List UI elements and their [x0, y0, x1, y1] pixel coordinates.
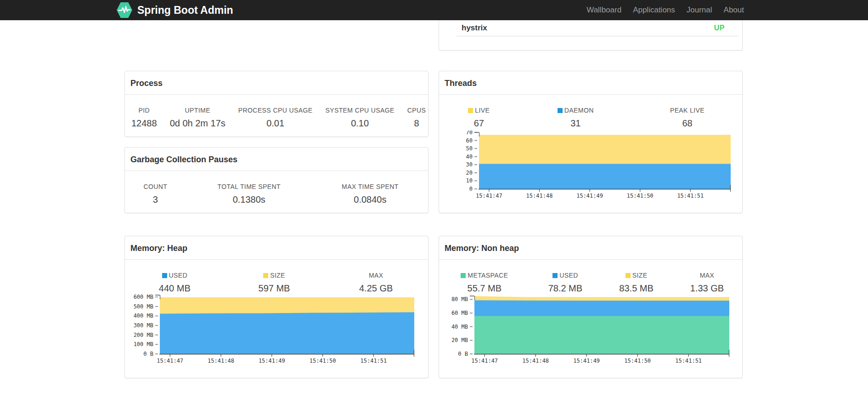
svg-text:400 MB: 400 MB	[134, 313, 153, 319]
stat-value: 31	[519, 114, 632, 129]
svg-text:60 MB: 60 MB	[451, 310, 468, 316]
stat-value: 1.33 GB	[672, 279, 742, 294]
svg-text:15:41:49: 15:41:49	[576, 193, 603, 199]
metaspace-legend-swatch-icon	[461, 273, 466, 278]
svg-text:30: 30	[466, 161, 473, 168]
svg-text:50: 50	[466, 145, 473, 152]
svg-text:15:41:51: 15:41:51	[361, 358, 387, 364]
stat-label: COUNT	[125, 171, 186, 190]
used-legend-swatch-icon	[162, 273, 167, 278]
process-card: Process PIDUPTIMEPROCESS CPU USAGESYSTEM…	[124, 71, 428, 137]
daemon-area	[479, 164, 731, 189]
stat-value: 67	[439, 114, 519, 129]
stat-label: PID	[125, 95, 163, 114]
nonheap-stats-table: METASPACEUSEDSIZEMAX55.7 MB78.2 MB83.5 M…	[439, 260, 742, 294]
stat-label: PROCESS CPU USAGE	[232, 95, 319, 114]
app-brand[interactable]: Spring Boot Admin	[116, 0, 233, 20]
stat-value: 440 MB	[125, 279, 225, 294]
stat-label: DAEMON	[519, 95, 632, 114]
stat-value: 597 MB	[225, 279, 324, 294]
metaspace-area	[474, 316, 729, 354]
heap-stats-table: USEDSIZEMAX440 MB597 MB4.25 GB	[125, 260, 428, 294]
process-card-title: Process	[125, 71, 428, 95]
svg-text:80 MB: 80 MB	[451, 296, 468, 302]
navbar: Spring Boot Admin WallboardApplicationsJ…	[0, 0, 868, 20]
stat-label: USED	[530, 260, 601, 279]
application-status-card: hystrix UP	[439, 20, 743, 51]
gc-pauses-card: Garbage Collection Pauses COUNTTOTAL TIM…	[124, 147, 428, 213]
svg-text:15:41:48: 15:41:48	[208, 358, 234, 364]
svg-text:15:41:48: 15:41:48	[526, 193, 553, 199]
application-name: hystrix	[457, 23, 487, 33]
memory-nonheap-card: Memory: Non heap METASPACEUSEDSIZEMAX55.…	[439, 236, 743, 378]
daemon-legend-swatch-icon	[558, 108, 563, 113]
stat-value: 8	[401, 114, 433, 129]
svg-text:70: 70	[466, 131, 473, 136]
nav-link-wallboard[interactable]: Wallboard	[586, 6, 621, 15]
svg-text:15:41:47: 15:41:47	[471, 358, 498, 364]
stat-label: PEAK LIVE	[632, 95, 742, 114]
svg-text:20: 20	[466, 170, 473, 176]
memory-heap-card-title: Memory: Heap	[125, 236, 428, 260]
svg-text:500 MB: 500 MB	[134, 303, 153, 310]
gc-stats-table: COUNTTOTAL TIME SPENTMAX TIME SPENT30.13…	[125, 171, 428, 205]
live-legend-swatch-icon	[468, 108, 473, 113]
used-area	[160, 312, 414, 354]
stat-label: CPUS	[401, 95, 433, 114]
svg-text:15:41:51: 15:41:51	[677, 193, 704, 199]
stat-value: 55.7 MB	[439, 279, 530, 294]
svg-text:40: 40	[466, 154, 473, 160]
memory-nonheap-chart: 80 MB60 MB40 MB20 MB0 B15:41:4715:41:481…	[439, 294, 743, 373]
stat-value: 0.0840s	[312, 190, 428, 205]
stat-label: UPTIME	[163, 95, 232, 114]
stat-label: SYSTEM CPU USAGE	[319, 95, 400, 114]
application-row[interactable]: hystrix UP	[457, 20, 738, 36]
memory-heap-chart: 600 MB500 MB400 MB300 MB200 MB100 MB0 B1…	[125, 293, 429, 372]
stat-label: SIZE	[225, 260, 324, 279]
stat-label: TOTAL TIME SPENT	[186, 171, 312, 190]
nav-link-journal[interactable]: Journal	[687, 6, 712, 15]
svg-text:20 MB: 20 MB	[451, 337, 468, 343]
svg-text:15:41:47: 15:41:47	[157, 358, 183, 364]
nav-links: WallboardApplicationsJournalAbout	[586, 0, 744, 20]
svg-text:15:41:48: 15:41:48	[522, 358, 549, 364]
brand-title: Spring Boot Admin	[137, 4, 233, 17]
stat-value: 0.10	[319, 114, 400, 129]
svg-text:0 B: 0 B	[143, 351, 153, 357]
memory-heap-card: Memory: Heap USEDSIZEMAX440 MB597 MB4.25…	[124, 236, 428, 378]
svg-text:15:41:50: 15:41:50	[627, 193, 654, 199]
gc-card-title: Garbage Collection Pauses	[125, 148, 428, 171]
stat-value: 68	[632, 114, 742, 129]
svg-text:15:41:49: 15:41:49	[259, 358, 285, 364]
svg-text:60: 60	[466, 137, 473, 144]
memory-nonheap-card-title: Memory: Non heap	[439, 236, 742, 260]
size-legend-swatch-icon	[263, 273, 268, 278]
svg-text:300 MB: 300 MB	[134, 322, 153, 329]
svg-text:200 MB: 200 MB	[134, 332, 153, 338]
svg-text:0: 0	[469, 186, 473, 192]
application-status-badge: UP	[714, 24, 725, 32]
svg-text:600 MB: 600 MB	[134, 294, 153, 300]
stat-value: 12488	[125, 114, 163, 129]
nav-link-applications[interactable]: Applications	[633, 6, 675, 15]
svg-text:40 MB: 40 MB	[451, 324, 468, 330]
stat-value: 0.1380s	[186, 190, 312, 205]
stat-label: METASPACE	[439, 260, 530, 279]
svg-text:0 B: 0 B	[458, 351, 468, 357]
svg-text:100 MB: 100 MB	[134, 341, 153, 347]
stat-value: 4.25 GB	[324, 279, 428, 294]
size-legend-swatch-icon	[626, 273, 631, 278]
nav-link-about[interactable]: About	[724, 6, 744, 15]
stat-value: 78.2 MB	[530, 279, 601, 294]
stat-label: MAX	[672, 260, 742, 279]
threads-chart: 70605040302010015:41:4715:41:4815:41:491…	[439, 131, 743, 210]
stat-value: 0d 0h 2m 17s	[163, 114, 232, 129]
stat-label: LIVE	[439, 95, 519, 114]
svg-text:10: 10	[466, 177, 473, 184]
svg-text:15:41:47: 15:41:47	[476, 193, 502, 199]
svg-text:15:41:49: 15:41:49	[573, 358, 600, 364]
stat-value: 0.01	[232, 114, 319, 129]
stat-label: USED	[125, 260, 225, 279]
used-legend-swatch-icon	[552, 273, 558, 278]
process-stats-table: PIDUPTIMEPROCESS CPU USAGESYSTEM CPU USA…	[125, 95, 432, 129]
